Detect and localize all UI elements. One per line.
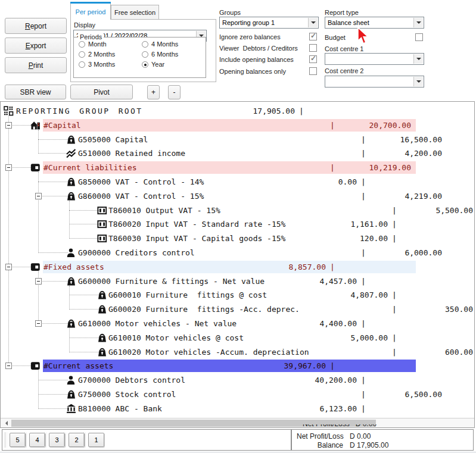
- budget-checkbox[interactable]: [415, 33, 423, 41]
- collapse-all-button[interactable]: -: [168, 85, 181, 99]
- tree-row[interactable]: B810000 ABC - Bank6,123.00|: [1, 402, 474, 415]
- tree-row[interactable]: T860020 Input VAT - Standard rate -15%1,…: [1, 218, 474, 230]
- tree-row[interactable]: G600020 Furniture fittings -Acc. deprec.…: [1, 303, 474, 315]
- tree-row[interactable]: G610010 Motor vehicles @ cost5,000.00|: [1, 332, 474, 344]
- report-button[interactable]: Report: [5, 18, 67, 34]
- expander-toggle[interactable]: [5, 363, 12, 369]
- expander-toggle[interactable]: [5, 264, 12, 270]
- credit-amount: 6,500.00: [367, 388, 442, 401]
- include-opening-balances-checkbox[interactable]: [309, 55, 317, 63]
- column-separator: |: [361, 133, 366, 146]
- sbr-view-button[interactable]: SBR view: [5, 85, 66, 99]
- account-label: B810000 ABC - Bank: [78, 402, 162, 415]
- credit-amount: 20,700.00: [336, 119, 411, 132]
- tree-row[interactable]: G750000 Stock control|6,500.00: [1, 388, 474, 401]
- chevron-down-icon[interactable]: [308, 18, 318, 27]
- tree-row[interactable]: G610000 Motor vehicles - Net value4,400.…: [1, 317, 474, 330]
- tree-row[interactable]: G510000 Retained income|4,200.00: [1, 147, 474, 160]
- chevron-down-icon[interactable]: [413, 77, 423, 86]
- tree-row[interactable]: #Capital|20,700.00: [1, 119, 474, 132]
- horizontal-scrollbar[interactable]: [1, 418, 474, 427]
- page-button-3[interactable]: 3: [49, 433, 65, 447]
- radio-3-months-label: 3 Months: [88, 61, 115, 68]
- tree-row[interactable]: G860000 VAT - Control - 15%|4,219.00: [1, 190, 474, 202]
- column-separator: |: [361, 147, 366, 160]
- tree-row[interactable]: G600000 Furniture & fittings - Net value…: [1, 275, 474, 288]
- groups-select[interactable]: Reporting group 1: [219, 17, 319, 29]
- export-button[interactable]: Export: [5, 38, 67, 54]
- tree-connector-line: [8, 365, 32, 366]
- radio-6-months[interactable]: [142, 51, 148, 58]
- tab-per-period[interactable]: Per period: [70, 4, 111, 20]
- account-label: G700000 Debtors control: [78, 374, 185, 386]
- tree-row[interactable]: G700000 Debtors control40,200.00|: [1, 374, 474, 386]
- totals-panel: Net Profit/Loss D 0.00 Balance D 17,905.…: [291, 429, 474, 451]
- scroll-left-icon[interactable]: [3, 421, 8, 426]
- tree-row[interactable]: G900000 Creditors control|6,000.00: [1, 246, 474, 259]
- tree-row[interactable]: G600010 Furniture fittings @ cost4,807.0…: [1, 289, 474, 301]
- chevron-down-icon[interactable]: [413, 54, 423, 64]
- chevron-down-icon[interactable]: [413, 18, 423, 27]
- tree-row[interactable]: T860010 Output VAT - 15%|5,500.00: [1, 204, 474, 217]
- column-separator: |: [299, 105, 304, 117]
- opening-balances-only-checkbox[interactable]: [309, 67, 317, 75]
- account-label: G610020 Motor vehicles -Accum. depreciat…: [108, 346, 309, 358]
- credit-amount: 350.00: [398, 303, 473, 315]
- debit-amount: 8,857.00: [247, 261, 326, 273]
- column-separator: |: [392, 289, 397, 301]
- ledger-icon: [97, 233, 107, 243]
- expand-all-button[interactable]: +: [147, 85, 160, 99]
- tree-row[interactable]: G505000 Capital|16,500.00: [1, 133, 474, 146]
- viewer-debtors-creditors-checkbox[interactable]: [309, 44, 317, 52]
- expander-toggle[interactable]: [5, 122, 12, 129]
- page-button-5[interactable]: 5: [10, 433, 26, 447]
- ignore-zero-balances-checkbox[interactable]: [309, 33, 317, 40]
- column-separator: |: [361, 388, 366, 401]
- tree-connector-line: [38, 408, 68, 409]
- tree-row[interactable]: G610020 Motor vehicles -Accum. depreciat…: [1, 346, 474, 358]
- radio-year-label: Year: [151, 61, 164, 68]
- expander-toggle[interactable]: [35, 320, 42, 327]
- debit-amount: 4,457.00: [278, 275, 357, 288]
- tree-row[interactable]: T860030 Input VAT - Capital goods -15%12…: [1, 232, 474, 245]
- tree-row[interactable]: G850000 VAT - Control - 14%0.00|: [1, 176, 474, 188]
- report-type-select[interactable]: Balance sheet: [325, 17, 424, 29]
- balance-label: Balance: [297, 441, 343, 449]
- radio-3-months[interactable]: [79, 61, 85, 68]
- debit-amount: 6,123.00: [278, 402, 357, 415]
- print-button[interactable]: Print: [5, 57, 67, 73]
- radio-2-months[interactable]: [79, 51, 85, 58]
- radio-year[interactable]: [142, 61, 148, 68]
- radio-4-months[interactable]: [142, 41, 148, 48]
- account-label: G860000 VAT - Control - 15%: [78, 190, 204, 202]
- column-separator: |: [361, 402, 366, 415]
- expander-toggle[interactable]: [5, 164, 12, 171]
- page-button-2[interactable]: 2: [69, 433, 85, 447]
- page-button-4[interactable]: 4: [29, 433, 45, 447]
- page-button-1[interactable]: 1: [88, 433, 104, 447]
- cost-centre-2-select[interactable]: [325, 76, 424, 88]
- credit-amount: 6,000.00: [367, 246, 442, 259]
- basket-icon: [97, 304, 107, 314]
- pivot-button[interactable]: Pivot: [70, 85, 133, 99]
- tree-row[interactable]: #Fixed assets8,857.00|: [1, 261, 474, 273]
- account-label: G505000 Capital: [78, 133, 148, 146]
- tab-free-selection[interactable]: Free selection: [111, 5, 159, 19]
- button-separator: [24, 432, 27, 448]
- ledger-icon: [97, 205, 107, 215]
- tree-row[interactable]: #Current assets39,967.00|: [1, 360, 474, 372]
- net-profit-loss-label: Net Profit/Loss: [297, 432, 343, 440]
- basket-icon: [66, 191, 76, 201]
- expander-toggle[interactable]: [35, 193, 42, 199]
- clipped-totals-line: Net Profit/Loss D 0.00: [303, 424, 392, 429]
- radio-month[interactable]: [79, 41, 85, 48]
- cost-centre-1-select[interactable]: [325, 53, 424, 65]
- column-separator: |: [361, 176, 366, 188]
- tree-row[interactable]: REPORTING GROUP ROOT17,905.00|: [1, 105, 474, 117]
- account-label: #Current assets: [43, 360, 113, 372]
- tree-connector-line: [69, 295, 99, 295]
- tree-connector-line: [69, 201, 70, 239]
- expander-toggle[interactable]: [35, 278, 42, 285]
- basket-icon: [97, 290, 107, 300]
- tree-row[interactable]: #Current liabilities|10,219.00: [1, 161, 474, 174]
